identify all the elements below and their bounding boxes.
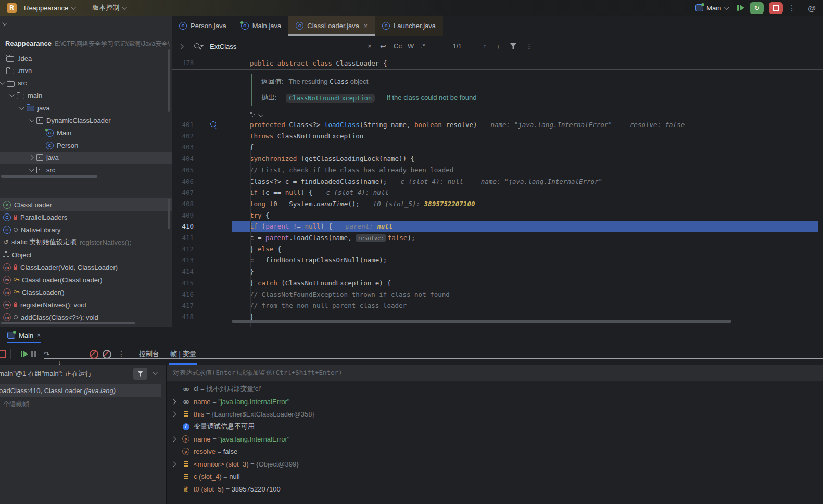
at-spiral-icon[interactable]: @ xyxy=(808,4,816,12)
stop-icon[interactable] xyxy=(0,343,6,365)
structure-item[interactable]: Object xyxy=(0,248,175,261)
code-line-410[interactable]: 410 if (parent != null) {parent: null xyxy=(172,221,823,232)
code-line-411[interactable]: 411 c = parent.loadClass(name, resolve:f… xyxy=(172,232,823,244)
stack-frame-row[interactable]: oadClass:410, ClassLoader (java.lang) xyxy=(0,384,161,397)
chevron-down-icon[interactable] xyxy=(0,80,5,85)
search-history-icon[interactable]: ↩ xyxy=(380,42,386,51)
structure-item[interactable]: mregisterNatives(): void xyxy=(0,298,175,311)
tab-Main.java[interactable]: CMain.java xyxy=(234,16,289,36)
close-icon[interactable]: × xyxy=(37,332,41,339)
code-line-416[interactable]: 416 // ClassNotFoundException thrown if … xyxy=(172,289,823,300)
next-occurrence-icon[interactable]: ↓ xyxy=(497,42,500,50)
structure-item[interactable]: ↺static 类初始值设定项registerNatives(); xyxy=(0,236,175,248)
debug-more-icon[interactable]: ⋮ xyxy=(118,343,125,365)
tab-frames-variables[interactable]: 帧 | 变量 xyxy=(170,343,196,365)
code-line-409[interactable]: 409 try { xyxy=(172,210,823,221)
code-line-403[interactable]: 403{ xyxy=(172,142,823,153)
code-line-414[interactable]: 414 } xyxy=(172,266,823,278)
structure-item[interactable]: mClassLoader(Void, ClassLoader) xyxy=(0,261,175,273)
editor-hscrollbar[interactable] xyxy=(232,320,731,323)
tab-Launcher.java[interactable]: CLauncher.java xyxy=(375,16,443,36)
close-icon[interactable]: × xyxy=(364,22,368,30)
structure-item[interactable]: CParallelLoaders xyxy=(0,211,175,223)
structure-hscrollbar[interactable] xyxy=(1,322,135,324)
code-line-407[interactable]: 407 if (c == null) {c (slot_4): null xyxy=(172,187,823,198)
main-menu-project[interactable]: Reappearance xyxy=(24,4,74,12)
variable-row[interactable]: presolve = false xyxy=(167,445,823,458)
debug-session-tab[interactable]: Main × xyxy=(7,327,41,343)
chevron-right-icon[interactable] xyxy=(171,411,176,417)
tree-item-main[interactable]: main xyxy=(0,90,188,102)
search-more-icon[interactable]: ⋮ xyxy=(526,42,533,50)
words-toggle[interactable]: W xyxy=(408,42,414,50)
tree-item-src[interactable]: src xyxy=(0,77,178,90)
variable-row[interactable]: i变量调试信息不可用 xyxy=(167,420,823,433)
structure-vscrollbar[interactable] xyxy=(168,199,170,229)
pause-icon[interactable] xyxy=(31,343,36,365)
regex-toggle[interactable]: .* xyxy=(421,42,425,50)
variable-row[interactable]: c (slot_4) = null xyxy=(167,470,823,483)
run-config-selector[interactable]: Main xyxy=(695,4,728,12)
sticky-header-line[interactable]: 178 public abstract class ClassLoader { xyxy=(172,57,823,70)
stop-button[interactable] xyxy=(769,2,783,14)
tree-item-.idea[interactable]: .idea xyxy=(0,52,178,65)
clear-search-icon[interactable]: × xyxy=(368,42,372,50)
search-filter-icon[interactable] xyxy=(510,43,516,49)
structure-item[interactable]: mClassLoader(ClassLoader) xyxy=(0,273,175,286)
resume-program-icon[interactable] xyxy=(21,343,28,365)
app-logo[interactable]: R xyxy=(7,3,17,13)
variable-row[interactable]: 1001t0 (slot_5) = 3895752207100 xyxy=(167,483,823,495)
resume-icon[interactable] xyxy=(737,5,744,11)
search-expand-icon[interactable] xyxy=(179,44,184,49)
chevron-down-icon[interactable] xyxy=(29,167,34,172)
overriding-method-icon[interactable]: ↓ xyxy=(210,121,217,128)
step-over-icon[interactable]: ↷ xyxy=(44,350,823,359)
variable-row[interactable]: <monitor> (slot_3) = {Object@399} xyxy=(167,458,823,470)
project-header[interactable]: ReappearanceE:\CTF\网络安全学习笔记\漏洞\Java安全\J xyxy=(5,40,170,50)
chevron-down-icon[interactable] xyxy=(29,117,34,122)
variable-row[interactable]: oocl = 找不到局部变量'cl' xyxy=(167,383,823,395)
collapsed-annotation-icon[interactable] xyxy=(250,111,262,119)
variable-row[interactable]: this = {Launcher$ExtClassLoader@358} xyxy=(167,408,823,420)
frames-filter-button[interactable] xyxy=(133,368,147,380)
tree-item-.mvn[interactable]: .mvn xyxy=(0,65,178,77)
more-icon[interactable]: ⋮ xyxy=(788,4,795,12)
search-icon[interactable] xyxy=(194,43,202,51)
exception-chip[interactable]: ClassNotFoundException xyxy=(286,94,375,103)
code-line-415[interactable]: 415 } catch (ClassNotFoundException e) { xyxy=(172,278,823,289)
main-menu-vcs[interactable]: 版本控制 xyxy=(92,3,125,12)
code-line-402[interactable]: 402 throws ClassNotFoundException xyxy=(172,131,823,142)
code-line-412[interactable]: 412 } else { xyxy=(172,244,823,255)
variable-row[interactable]: pname = "java.lang.InternalError" xyxy=(167,433,823,445)
tab-console[interactable]: 控制台 xyxy=(139,343,159,365)
tab-ClassLoader.java[interactable]: CClassLoader.java× xyxy=(288,16,375,36)
chevron-right-icon[interactable] xyxy=(171,399,176,404)
match-case-toggle[interactable]: Cc xyxy=(394,42,402,50)
chevron-right-icon[interactable] xyxy=(171,436,176,442)
chevron-down-icon[interactable] xyxy=(9,92,15,97)
pane-collapse-icon[interactable] xyxy=(2,20,7,26)
search-input[interactable]: ExtClass xyxy=(210,43,236,51)
code-line-406[interactable]: 406 Class<?> c = findLoadedClass(name);c… xyxy=(172,176,823,187)
chevron-right-icon[interactable] xyxy=(29,155,34,160)
view-breakpoints-icon[interactable] xyxy=(90,343,98,365)
hidden-frames-row[interactable]: 1 个隐藏帧 xyxy=(0,398,166,410)
code-line-417[interactable]: 417 // from the non-null parent class lo… xyxy=(172,300,823,311)
structure-item[interactable]: CNativeLibrary xyxy=(0,223,175,236)
mute-breakpoints-icon[interactable] xyxy=(103,343,111,365)
chevron-down-icon[interactable] xyxy=(19,105,24,110)
structure-item[interactable]: cClassLoader xyxy=(0,198,175,211)
variable-row[interactable]: ooname = "java.lang.InternalError" xyxy=(167,395,823,408)
structure-item[interactable]: mClassLoader() xyxy=(0,286,175,298)
tree-vscrollbar[interactable] xyxy=(168,49,170,112)
tree-hscrollbar[interactable] xyxy=(1,175,97,178)
code-line-401[interactable]: 401↓protected Class<?> loadClass(String … xyxy=(172,119,823,131)
code-line-405[interactable]: 405 // First, check if the class has alr… xyxy=(172,165,823,176)
rerun-button[interactable]: ↻ xyxy=(750,2,764,14)
code-line-408[interactable]: 408 long t0 = System.nanoTime();t0 (slot… xyxy=(172,198,823,210)
previous-occurrence-icon[interactable]: ↑ xyxy=(483,42,487,50)
tab-Person.java[interactable]: CPerson.java xyxy=(172,16,234,36)
evaluate-expression-input[interactable]: 对表达式求值(Enter)或添加监视(Ctrl+Shift+Enter) xyxy=(167,365,823,381)
chevron-right-icon[interactable] xyxy=(171,461,176,467)
code-line-413[interactable]: 413 c = findBootstrapClassOrNull(name); xyxy=(172,255,823,266)
